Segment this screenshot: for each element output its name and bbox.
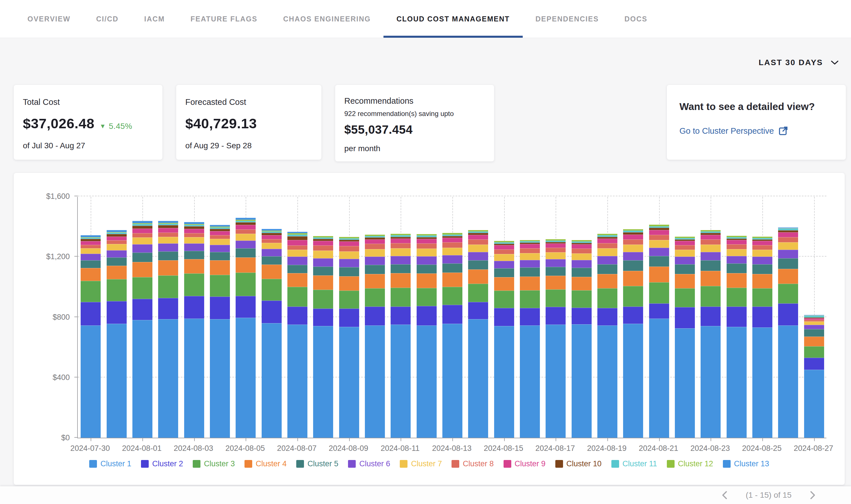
- bar-segment-cluster-2[interactable]: [417, 306, 437, 325]
- bar-segment-cluster-9[interactable]: [417, 239, 437, 244]
- bar-segment-cluster-6[interactable]: [210, 245, 230, 252]
- bar-segment-cluster-1[interactable]: [158, 319, 178, 438]
- bar-segment-cluster-3[interactable]: [210, 275, 230, 297]
- bar-segment-cluster-6[interactable]: [81, 254, 101, 260]
- bar-segment-cluster-8[interactable]: [107, 240, 127, 244]
- legend-item-cluster-7[interactable]: Cluster 7: [400, 460, 442, 468]
- bar-segment-cluster-1[interactable]: [597, 325, 618, 438]
- bar-segment-cluster-3[interactable]: [158, 275, 178, 298]
- tab-iacm[interactable]: IACM: [131, 0, 178, 38]
- bar-segment-cluster-5[interactable]: [158, 251, 178, 260]
- bar-segment-cluster-5[interactable]: [675, 264, 695, 274]
- bar-segment-cluster-1[interactable]: [133, 320, 152, 438]
- bar-segment-cluster-4[interactable]: [700, 271, 720, 286]
- bar-segment-cluster-4[interactable]: [313, 275, 333, 290]
- bar-segment-cluster-7[interactable]: [262, 243, 282, 249]
- bar-segment-cluster-1[interactable]: [107, 324, 127, 438]
- bar-segment-cluster-5[interactable]: [700, 260, 720, 271]
- legend-item-cluster-13[interactable]: Cluster 13: [723, 460, 769, 468]
- legend-item-cluster-5[interactable]: Cluster 5: [296, 460, 338, 468]
- bar-segment-cluster-2[interactable]: [804, 358, 824, 370]
- bar-segment-cluster-8[interactable]: [597, 243, 618, 248]
- bar-segment-cluster-1[interactable]: [81, 325, 101, 438]
- bar-segment-cluster-2[interactable]: [81, 302, 101, 325]
- bar-segment-cluster-9[interactable]: [727, 240, 747, 244]
- bar-segment-cluster-9[interactable]: [184, 229, 204, 233]
- bar-segment-cluster-6[interactable]: [236, 240, 256, 248]
- bar-segment-cluster-5[interactable]: [597, 264, 618, 274]
- bar-segment-cluster-2[interactable]: [184, 296, 204, 319]
- bar-segment-cluster-1[interactable]: [365, 325, 385, 438]
- bar-segment-cluster-6[interactable]: [623, 252, 643, 260]
- bar-segment-cluster-4[interactable]: [262, 265, 282, 279]
- bar-segment-cluster-8[interactable]: [572, 249, 592, 253]
- bar-segment-cluster-5[interactable]: [133, 253, 152, 262]
- bar-segment-cluster-7[interactable]: [804, 321, 824, 325]
- bar-segment-cluster-7[interactable]: [545, 252, 566, 259]
- bar-segment-cluster-13[interactable]: [158, 221, 178, 223]
- bar-segment-cluster-5[interactable]: [649, 256, 669, 267]
- bar-segment-cluster-1[interactable]: [675, 328, 695, 438]
- bar-segment-cluster-3[interactable]: [107, 279, 127, 301]
- bar-segment-cluster-6[interactable]: [804, 325, 824, 329]
- bar-segment-cluster-5[interactable]: [545, 267, 566, 276]
- bar-segment-cluster-1[interactable]: [700, 326, 720, 438]
- bar-segment-cluster-6[interactable]: [133, 244, 152, 253]
- bar-segment-cluster-9[interactable]: [107, 237, 127, 240]
- cluster-perspective-link[interactable]: Go to Cluster Perspective: [679, 126, 788, 136]
- bar-segment-cluster-9[interactable]: [210, 231, 230, 235]
- bar-segment-cluster-1[interactable]: [804, 370, 824, 438]
- bar-segment-cluster-5[interactable]: [752, 264, 772, 274]
- bar-segment-cluster-8[interactable]: [236, 230, 256, 234]
- bar-segment-cluster-9[interactable]: [390, 238, 411, 243]
- bar-segment-cluster-5[interactable]: [365, 265, 385, 274]
- bar-segment-cluster-6[interactable]: [494, 261, 514, 268]
- bar-segment-cluster-5[interactable]: [520, 267, 540, 276]
- bar-segment-cluster-4[interactable]: [572, 277, 592, 291]
- bar-segment-cluster-5[interactable]: [288, 265, 308, 273]
- bar-segment-cluster-2[interactable]: [288, 307, 308, 325]
- bar-segment-cluster-4[interactable]: [752, 274, 772, 288]
- bar-segment-cluster-2[interactable]: [210, 296, 230, 319]
- bar-segment-cluster-10[interactable]: [184, 226, 204, 229]
- bar-segment-cluster-4[interactable]: [545, 276, 566, 289]
- bar-segment-cluster-7[interactable]: [649, 240, 669, 248]
- bar-segment-cluster-10[interactable]: [236, 222, 256, 225]
- bar-segment-cluster-8[interactable]: [365, 244, 385, 249]
- bar-segment-cluster-4[interactable]: [133, 262, 152, 277]
- bar-segment-cluster-10[interactable]: [158, 225, 178, 228]
- bar-segment-cluster-6[interactable]: [184, 244, 204, 251]
- bar-segment-cluster-3[interactable]: [649, 282, 669, 303]
- bar-segment-cluster-7[interactable]: [468, 245, 488, 252]
- bar-segment-cluster-9[interactable]: [442, 238, 463, 242]
- bar-segment-cluster-2[interactable]: [442, 305, 463, 324]
- bar-segment-cluster-4[interactable]: [623, 271, 643, 286]
- bar-segment-cluster-1[interactable]: [649, 319, 669, 438]
- bar-segment-cluster-2[interactable]: [158, 298, 178, 319]
- bar-segment-cluster-10[interactable]: [210, 229, 230, 231]
- bar-segment-cluster-5[interactable]: [494, 268, 514, 277]
- bar-segment-cluster-2[interactable]: [313, 309, 333, 326]
- bar-segment-cluster-2[interactable]: [649, 303, 669, 319]
- legend-item-cluster-10[interactable]: Cluster 10: [555, 460, 602, 468]
- bar-segment-cluster-5[interactable]: [727, 264, 747, 273]
- bar-segment-cluster-8[interactable]: [210, 235, 230, 239]
- bar-segment-cluster-2[interactable]: [545, 307, 566, 325]
- bar-segment-cluster-3[interactable]: [804, 346, 824, 358]
- bar-segment-cluster-2[interactable]: [262, 301, 282, 323]
- bar-segment-cluster-2[interactable]: [468, 302, 488, 320]
- bar-segment-cluster-6[interactable]: [390, 256, 411, 264]
- bar-segment-cluster-1[interactable]: [494, 326, 514, 438]
- bar-segment-cluster-5[interactable]: [623, 260, 643, 271]
- bar-segment-cluster-6[interactable]: [442, 255, 463, 264]
- bar-segment-cluster-4[interactable]: [468, 269, 488, 284]
- bar-segment-cluster-7[interactable]: [417, 249, 437, 256]
- bar-segment-cluster-3[interactable]: [468, 284, 488, 302]
- bar-segment-cluster-3[interactable]: [442, 287, 463, 305]
- bar-segment-cluster-5[interactable]: [572, 268, 592, 277]
- bar-segment-cluster-13[interactable]: [236, 218, 256, 220]
- bar-segment-cluster-9[interactable]: [262, 235, 282, 239]
- bar-segment-cluster-6[interactable]: [675, 256, 695, 264]
- bar-segment-cluster-1[interactable]: [417, 325, 437, 438]
- bar-segment-cluster-4[interactable]: [778, 269, 798, 284]
